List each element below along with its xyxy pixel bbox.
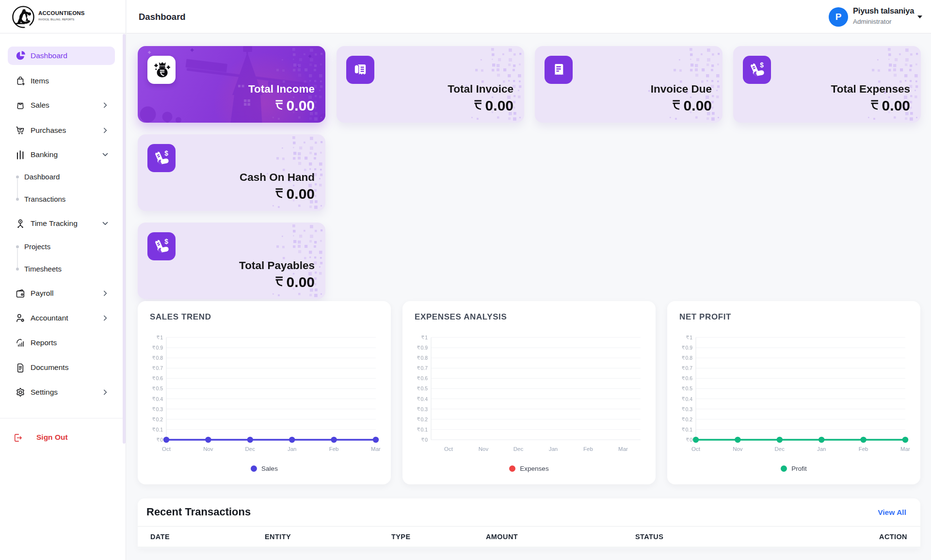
svg-text:$: $	[164, 149, 168, 157]
svg-text:0.7: 0.7	[420, 365, 428, 371]
svg-text:1: 1	[425, 335, 428, 340]
svg-text:Mar: Mar	[371, 446, 381, 452]
svg-text:0.6: 0.6	[156, 375, 163, 381]
svg-text:0.1: 0.1	[156, 427, 163, 432]
svg-text:0.2: 0.2	[685, 416, 692, 422]
svg-text:0.3: 0.3	[685, 406, 692, 412]
svg-text:0.8: 0.8	[685, 355, 692, 361]
svg-text:0.6: 0.6	[685, 375, 692, 381]
svg-text:0.4: 0.4	[156, 396, 163, 402]
svg-text:0.9: 0.9	[685, 345, 692, 351]
svg-text:0.5: 0.5	[156, 385, 163, 391]
svg-text:0.5: 0.5	[420, 385, 428, 391]
svg-text:0.5: 0.5	[685, 385, 692, 391]
svg-text:Feb: Feb	[859, 446, 868, 452]
svg-text:Dec: Dec	[245, 446, 256, 452]
svg-text:0.2: 0.2	[420, 416, 428, 422]
svg-text:Oct: Oct	[444, 446, 453, 452]
svg-text:Dec: Dec	[514, 446, 524, 452]
svg-text:Jan: Jan	[817, 446, 826, 452]
svg-text:0.4: 0.4	[685, 396, 692, 402]
svg-text:0.7: 0.7	[156, 365, 163, 371]
svg-text:0.3: 0.3	[420, 406, 428, 412]
svg-text:0.1: 0.1	[420, 427, 428, 432]
svg-text:1: 1	[690, 335, 692, 340]
svg-text:0.8: 0.8	[156, 355, 163, 361]
svg-text:0.2: 0.2	[156, 416, 163, 422]
svg-text:Mar: Mar	[618, 446, 628, 452]
svg-text:0.9: 0.9	[156, 345, 163, 351]
svg-text:0.7: 0.7	[685, 365, 692, 371]
svg-text:Jan: Jan	[288, 446, 297, 452]
svg-text:Mar: Mar	[900, 446, 910, 452]
svg-text:0.9: 0.9	[420, 345, 428, 351]
svg-text:Nov: Nov	[203, 446, 213, 452]
svg-text:Oct: Oct	[162, 446, 171, 452]
svg-text:Feb: Feb	[583, 446, 593, 452]
svg-text:Jan: Jan	[549, 446, 558, 452]
svg-text:$: $	[164, 238, 168, 245]
svg-text:1: 1	[160, 335, 163, 340]
svg-text:0: 0	[690, 437, 692, 443]
svg-text:Oct: Oct	[691, 446, 701, 452]
svg-text:Dec: Dec	[775, 446, 785, 452]
svg-text:0.8: 0.8	[420, 355, 428, 361]
svg-text:0.1: 0.1	[685, 427, 692, 432]
svg-text:Nov: Nov	[479, 446, 489, 452]
svg-text:Feb: Feb	[329, 446, 339, 452]
svg-text:0.4: 0.4	[420, 396, 428, 402]
svg-text:$: $	[760, 61, 764, 69]
svg-text:0: 0	[425, 437, 428, 443]
svg-text:0: 0	[160, 437, 163, 443]
svg-text:Nov: Nov	[733, 446, 743, 452]
svg-text:0.3: 0.3	[156, 406, 163, 412]
svg-text:0.6: 0.6	[420, 375, 428, 381]
